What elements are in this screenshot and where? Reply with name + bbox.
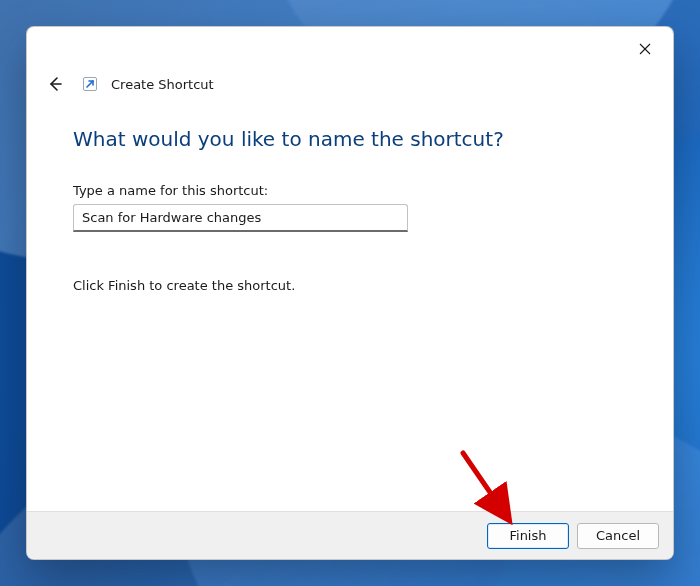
helper-text: Click Finish to create the shortcut. <box>73 278 627 293</box>
finish-button[interactable]: Finish <box>487 523 569 549</box>
shortcut-name-input[interactable] <box>73 204 408 232</box>
back-arrow-icon <box>47 76 63 92</box>
dialog-footer: Finish Cancel <box>27 511 673 559</box>
close-button[interactable] <box>623 33 667 65</box>
shortcut-name-label: Type a name for this shortcut: <box>73 183 627 198</box>
cancel-button[interactable]: Cancel <box>577 523 659 549</box>
page-title: Create Shortcut <box>111 77 214 92</box>
back-button[interactable] <box>41 70 69 98</box>
shortcut-overlay-icon <box>83 77 97 91</box>
titlebar <box>27 27 673 71</box>
dialog-header: Create Shortcut <box>27 69 673 99</box>
dialog-content: What would you like to name the shortcut… <box>27 99 673 511</box>
create-shortcut-dialog: Create Shortcut What would you like to n… <box>26 26 674 560</box>
wizard-heading: What would you like to name the shortcut… <box>73 127 627 151</box>
close-icon <box>639 43 651 55</box>
